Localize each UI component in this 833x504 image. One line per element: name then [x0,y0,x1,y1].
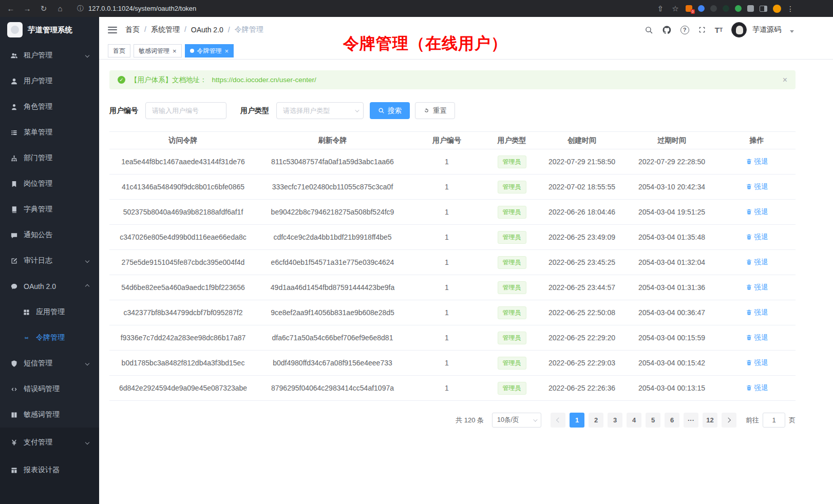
trash-icon [746,359,752,366]
extension-icon-darkgreen[interactable] [723,5,729,12]
user-type-badge: 管理员 [498,332,526,344]
bookmark-star-icon[interactable]: ☆ [671,4,680,13]
force-logout-button[interactable]: 强退 [746,308,768,317]
reload-icon[interactable]: ↻ [39,4,48,13]
search-button-icon [378,107,385,114]
tab-close-icon[interactable]: × [173,48,177,54]
page-size-select[interactable]: 10条/页 [492,413,541,428]
breadcrumb-item[interactable]: 系统管理 [151,25,191,34]
force-logout-button[interactable]: 强退 [746,333,768,342]
home-icon[interactable]: ⌂ [55,4,65,13]
sidebar-item[interactable]: 租户管理 [0,43,99,68]
sidebar-item[interactable]: 部门管理 [0,145,99,171]
force-logout-button[interactable]: 强退 [746,232,768,242]
access-token-cell: 275e5de9151045fe87cbdc395e004f4d [109,250,257,275]
extension-icon-orange[interactable]: 0 [686,5,692,12]
trash-icon [746,234,752,240]
breadcrumb-item[interactable]: 首页 [125,25,151,34]
profile-avatar[interactable] [773,5,781,13]
sidebar-item[interactable]: 用户管理 [0,68,99,94]
goto-page-input[interactable] [763,413,785,428]
font-size-icon[interactable]: TT [715,26,723,34]
user-id-input[interactable] [145,102,226,119]
page-button[interactable]: 1 [570,413,584,428]
sidebar-item[interactable]: 令牌管理 [0,325,99,351]
app-logo[interactable]: 芋道管理系统 [0,17,99,43]
tab-close-icon[interactable]: × [225,48,229,54]
user-name[interactable]: 芋道源码 [752,25,781,34]
forward-icon[interactable]: → [23,4,32,13]
sidebar-item[interactable]: 菜单管理 [0,120,99,145]
github-icon[interactable] [662,25,672,35]
trash-icon [746,309,752,316]
help-icon[interactable]: ? [680,26,689,34]
page-button[interactable]: 4 [627,413,641,428]
force-logout-button[interactable]: 强退 [746,383,768,393]
view-tab[interactable]: 敏感词管理 × [134,44,182,57]
sidebar-item[interactable]: 通知公告 [0,222,99,248]
sidebar-item[interactable]: 应用管理 [0,299,99,325]
page-button[interactable]: ··· [684,413,698,428]
sidebar-item[interactable]: 短信管理 [0,351,99,376]
menu-list-icon [10,129,18,137]
sidebar-item[interactable]: 支付管理 [0,429,99,456]
sidebar-item-label: 通知公告 [24,230,52,240]
trash-icon [746,284,752,290]
sidebar-item[interactable]: 字典管理 [0,197,99,222]
force-logout-button[interactable]: 强退 [746,283,768,292]
alert-close-icon[interactable]: × [783,75,787,85]
force-logout-button[interactable]: 强退 [746,358,768,367]
refresh-token-cell: 8796295f04064c2983414cc54af1097a [257,376,408,401]
site-info-icon[interactable]: ⓘ [77,4,84,13]
share-icon[interactable]: ⇧ [656,4,665,13]
browser-toolbar: ← → ↻ ⌂ ⓘ 127.0.0.1:1024/system/oauth2/t… [0,0,833,17]
force-logout-button[interactable]: 强退 [746,157,768,166]
prev-page-button[interactable] [551,413,565,428]
doc-link[interactable]: https://doc.iocoder.cn/user-center/ [212,76,316,84]
search-icon[interactable] [645,26,653,34]
page-button[interactable]: 2 [589,413,603,428]
next-page-button[interactable] [722,413,736,428]
back-icon[interactable]: ← [6,4,15,13]
sidebar-item[interactable]: 岗位管理 [0,171,99,197]
page-button[interactable]: 6 [665,413,679,428]
user-type-select[interactable]: 请选择用户类型 [276,102,364,119]
breadcrumb-item[interactable]: 令牌管理 [235,25,263,34]
extension-icon-blue[interactable] [698,5,705,12]
refresh-token-cell: 9ce8ef2aa9f14056b831ae9b608e28d5 [257,300,408,325]
sidebar-item[interactable]: 敏感词管理 [0,402,99,428]
app-title: 芋道管理系统 [28,25,72,35]
search-button[interactable]: 搜索 [370,102,410,119]
sidebar-item[interactable]: 错误码管理 [0,376,99,402]
refresh-token-cell: 811c530487574fa0af1a59d3abc1aa66 [257,149,408,175]
browser-menu-icon[interactable]: ⋮ [787,5,794,13]
post-icon [10,180,18,188]
view-tab[interactable]: 首页 × [108,44,130,57]
user-avatar[interactable] [731,22,747,37]
sidebar-item[interactable]: 角色管理 [0,94,99,120]
view-tab[interactable]: 令牌管理 × [185,44,234,57]
sidebar-item[interactable]: 审计日志 [0,248,99,274]
page-button[interactable]: 3 [608,413,622,428]
audit-log-icon [10,257,18,265]
user-id-cell: 1 [408,250,485,275]
user-menu-caret-icon[interactable] [790,30,794,33]
side-panel-icon[interactable] [760,6,767,12]
address-bar[interactable]: ⓘ 127.0.0.1:1024/system/oauth2/token [77,4,643,13]
force-logout-button[interactable]: 强退 [746,182,768,191]
fullscreen-icon[interactable] [698,26,706,34]
sidebar-item[interactable]: 报表设计器 [0,456,99,484]
force-logout-button[interactable]: 强退 [746,258,768,267]
extension-icon-dark[interactable] [710,5,717,12]
sidebar-item[interactable]: OAuth 2.0 [0,274,99,299]
extension-icon-green[interactable] [735,5,742,12]
breadcrumb-item[interactable]: OAuth 2.0 [191,26,235,34]
force-logout-button[interactable]: 强退 [746,207,768,217]
column-header: 用户编号 [408,132,485,149]
page-button[interactable]: 5 [646,413,660,428]
page-button[interactable]: 12 [703,413,717,428]
reset-button[interactable]: 重置 [415,102,455,119]
extensions-puzzle-icon[interactable] [747,5,754,12]
sidebar-collapse-icon[interactable] [108,27,117,33]
sidebar-item-label: 短信管理 [24,359,52,368]
